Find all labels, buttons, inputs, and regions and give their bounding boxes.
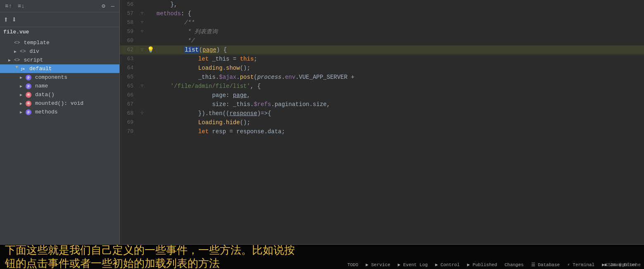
tree-label-default: default (29, 66, 52, 72)
nav-up-icon[interactable]: ⬆ (3, 14, 8, 25)
tab-service[interactable]: ▶ Service (362, 261, 393, 268)
p-icon-components: p (26, 75, 31, 80)
fold-btn-68[interactable]: ▽ (141, 109, 143, 118)
code-content-64: _this.$ajax.post(process.env.VUE_APP_SER… (155, 73, 644, 82)
js-icon-default: js (20, 66, 26, 72)
code-content-60: */ (155, 36, 644, 45)
code-content-63: Loading.show(); (155, 64, 644, 73)
tree-item-name[interactable]: ▶ p name (0, 82, 119, 90)
tree-item-template[interactable]: <> template (0, 38, 119, 47)
fold-btn-61[interactable]: ▽ (141, 45, 143, 54)
code-editor[interactable]: 56 }, 57 ▽ methods: { 58 ▽ (120, 0, 644, 244)
tab-control[interactable]: ▶ Control (432, 261, 463, 268)
arrow-div: ▶ (14, 49, 20, 54)
line-num-63: 64 (120, 64, 138, 73)
code-line-57: 57 ▽ methods: { (120, 9, 644, 18)
fold-btn-65[interactable]: ▽ (141, 82, 143, 91)
fold-btn-57[interactable]: ▽ (141, 9, 143, 18)
m-icon-mounted: m (26, 101, 31, 106)
tree-item-methods[interactable]: ▶ p methods (0, 108, 119, 116)
settings-icon[interactable]: ⚙ (100, 2, 107, 10)
arrow-data: ▶ (20, 92, 26, 97)
line-num-56: 56 (120, 0, 138, 9)
tree-label-name: name (35, 83, 48, 89)
p-icon-name: p (26, 83, 31, 89)
sidebar-nav-icons: ⬆ ⬇ (0, 12, 119, 27)
fold-btn-59[interactable]: ▽ (141, 27, 143, 36)
sidebar-tree: <> template ▶ <> div ▶ <> script ▶ js (0, 37, 119, 244)
code-line-66: 66 page: page, (120, 91, 644, 100)
tree-label-mounted: mounted(): void (35, 100, 83, 106)
arrow-script: ▶ (8, 58, 14, 63)
code-line-64: 65 _this.$ajax.post(process.env.VUE_APP_… (120, 73, 644, 82)
line-num-67: 67 (120, 100, 138, 109)
minimize-icon[interactable]: — (109, 2, 116, 10)
nav-down-icon[interactable]: ⬇ (12, 14, 17, 25)
line-num-57: 57 (120, 9, 138, 18)
tree-item-script[interactable]: ▶ <> script (0, 56, 119, 64)
line-num-68: 68 (120, 109, 138, 118)
tree-label-template: template (24, 40, 49, 46)
code-content-66: page: page, (155, 91, 644, 100)
bottom-bar: 下面这些就是我们自己定义的一些事件，一些方法。比如说按 钮的点击事件或者一些初始… (0, 244, 644, 269)
tree-item-div[interactable]: ▶ <> div (0, 47, 119, 56)
tree-item-components[interactable]: ▶ p components (0, 73, 119, 82)
line-num-65: 65 (120, 82, 138, 91)
tab-terminal[interactable]: ⚡ Terminal (564, 261, 598, 268)
code-line-60: 60 */ (120, 36, 644, 45)
tree-label-methods: methods (35, 109, 58, 115)
code-content-65: '/file/admin/file/list', { (155, 82, 644, 91)
arrow-mounted: ▶ (20, 101, 26, 106)
tree-label-components: components (35, 74, 67, 80)
code-line-70: 70 let resp = response.data; (120, 127, 644, 136)
line-num-58: 58 (120, 18, 138, 27)
tag-icon-template: <> (14, 40, 20, 46)
arrow-methods: ▶ (20, 110, 26, 115)
tree-label-script: script (24, 57, 43, 63)
code-line-59: 59 ▽ * 列表查询 (120, 27, 644, 36)
tab-published[interactable]: ▶ Published (464, 261, 501, 268)
code-content-70: let resp = response.data; (155, 127, 644, 136)
fold-57: ▽ (138, 9, 146, 18)
tree-label-data: data() (35, 92, 55, 98)
p-icon-methods: p (26, 109, 31, 115)
tab-todo[interactable]: TODO (344, 262, 361, 268)
line-num-59: 59 (120, 27, 138, 36)
line-num-69: 69 (120, 118, 138, 127)
tab-changes[interactable]: Changes (501, 262, 527, 268)
tab-eventlog[interactable]: ▶ Event Log (394, 261, 431, 268)
code-line-65: 65 ▽ '/file/admin/file/list', { (120, 82, 644, 91)
code-content-68: }).then((response)=>{ (155, 109, 644, 118)
tab-database[interactable]: ☰ Database (528, 261, 563, 268)
fold-58: ▽ (138, 18, 146, 27)
code-line-69: 69 Loading.hide(); (120, 118, 644, 127)
main-area: ≡↑ ≡↓ ⚙ — ⬆ ⬇ file.vue <> template ▶ <> (0, 0, 644, 244)
code-line-61: 62 ▽ 💡 list(page) { (120, 45, 644, 54)
arrow-name: ▶ (20, 84, 26, 89)
line-num-64: 65 (120, 73, 138, 82)
code-line-63: 64 Loading.show(); (120, 64, 644, 73)
code-content-58: /** (155, 18, 644, 27)
bottom-text-line1: 下面这些就是我们自己定义的一些事件，一些方法。比如说按 (5, 244, 639, 257)
tree-item-mounted[interactable]: ▶ m mounted(): void (0, 99, 119, 108)
fold-68: ▽ (138, 109, 146, 118)
tree-item-data[interactable]: ▶ m data() (0, 90, 119, 99)
code-lines: 56 }, 57 ▽ methods: { 58 ▽ (120, 0, 644, 244)
sidebar-toolbar: ≡↑ ≡↓ ⚙ — (0, 0, 119, 12)
code-content-61: list(page) { (155, 45, 644, 54)
code-line-67: 67 size: _this.$refs.pagination.size, (120, 100, 644, 109)
line-num-70: 70 (120, 127, 138, 136)
bulb-icon-61[interactable]: 💡 (147, 45, 154, 54)
sort-desc-icon[interactable]: ≡↓ (16, 2, 26, 10)
bulb-61: 💡 (146, 45, 155, 54)
bottom-tabs: TODO ▶ Service ▶ Event Log ▶ Control ▶ P… (341, 260, 644, 269)
code-line-56: 56 }, (120, 0, 644, 9)
code-content-57: methods: { (155, 9, 644, 18)
fold-65: ▽ (138, 82, 146, 91)
sort-asc-icon[interactable]: ≡↑ (3, 2, 14, 10)
code-content-59: * 列表查询 (155, 27, 644, 36)
file-name: file.vue (0, 27, 119, 37)
line-num-62: 63 (120, 54, 138, 64)
fold-btn-58[interactable]: ▽ (141, 18, 143, 27)
tree-item-default[interactable]: ▶ js default (0, 64, 119, 73)
